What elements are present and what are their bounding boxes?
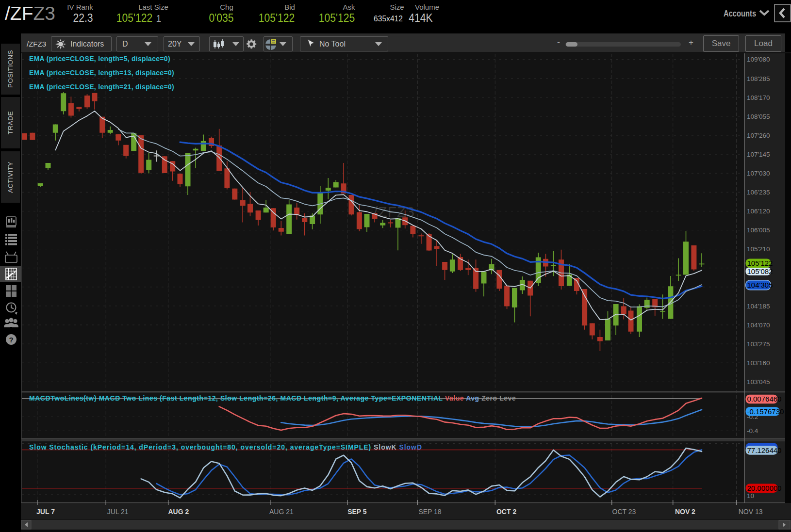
svg-text:MACDTwoLines(tw) MACD Two Line: MACDTwoLines(tw) MACD Two Lines (Fast Le… (29, 394, 516, 402)
svg-text:AUG 2: AUG 2 (168, 508, 189, 516)
svg-text:104'070: 104'070 (747, 322, 770, 329)
svg-text:103'160: 103'160 (747, 359, 770, 367)
svg-text:EMA (price=CLOSE, length=13, d: EMA (price=CLOSE, length=13, displace=0) (29, 69, 174, 77)
svg-text:105'122: 105'122 (747, 259, 773, 267)
svg-text:NOV 13: NOV 13 (739, 508, 763, 516)
svg-text:JUL 21: JUL 21 (107, 508, 129, 516)
svg-text:NOV 2: NOV 2 (675, 508, 695, 516)
svg-text:0.0076460: 0.0076460 (747, 395, 782, 403)
svg-text:106'120: 106'120 (747, 208, 770, 215)
svg-text:105'210: 105'210 (747, 245, 770, 253)
svg-text:OCT 23: OCT 23 (612, 508, 636, 516)
svg-text:EMA (price=CLOSE, length=21, d: EMA (price=CLOSE, length=21, displace=0) (29, 83, 174, 91)
svg-text:-0.1576730: -0.1576730 (747, 407, 784, 416)
svg-text:104'305: 104'305 (747, 281, 773, 289)
svg-text:Slow Stochastic (kPeriod=14, d: Slow Stochastic (kPeriod=14, dPeriod=3, … (29, 443, 422, 451)
svg-text:107'260: 107'260 (747, 132, 770, 139)
svg-text:EMA (price=CLOSE, length=5, di: EMA (price=CLOSE, length=5, displace=0) (29, 55, 170, 63)
svg-text:SEP 5: SEP 5 (347, 508, 367, 516)
svg-text:109'080: 109'080 (747, 56, 770, 63)
svg-text:108'170: 108'170 (747, 94, 770, 101)
svg-text:103'275: 103'275 (747, 340, 770, 348)
svg-text:10: 10 (747, 492, 754, 500)
svg-text:OCT 2: OCT 2 (496, 508, 516, 516)
svg-text:/ZFZ3: /ZFZ3 (374, 204, 415, 220)
svg-text:107'030: 107'030 (747, 170, 770, 177)
svg-text:AUG 21: AUG 21 (269, 508, 294, 516)
svg-text:108'285: 108'285 (747, 75, 770, 82)
svg-text:-0.4: -0.4 (747, 427, 758, 435)
svg-text:20.000000: 20.000000 (747, 484, 782, 492)
svg-text:77.126440: 77.126440 (747, 446, 782, 454)
svg-text:SEP 18: SEP 18 (418, 508, 441, 516)
svg-text:JUL 7: JUL 7 (36, 508, 55, 516)
svg-text:106'005: 106'005 (747, 226, 770, 234)
svg-text:104'185: 104'185 (747, 303, 770, 310)
svg-text:106'235: 106'235 (747, 189, 770, 196)
svg-text:108'055: 108'055 (747, 113, 770, 120)
svg-text:105'082: 105'082 (747, 267, 773, 275)
svg-text:103'045: 103'045 (747, 378, 770, 386)
svg-text:107'145: 107'145 (747, 151, 770, 158)
